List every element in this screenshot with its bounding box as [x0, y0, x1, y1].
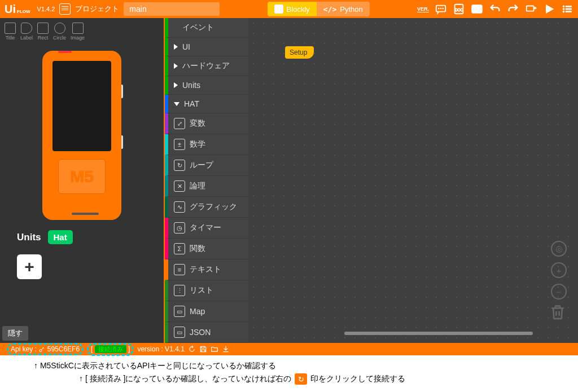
timer-icon: ◷	[174, 222, 185, 234]
category-list[interactable]: イベント UI ハードウェア Units HAT ⤢変数 ±数学 ↻ループ ✕論…	[164, 18, 248, 343]
cat-func[interactable]: Σ関数	[165, 239, 248, 259]
cat-hardware[interactable]: ハードウェア	[165, 56, 248, 76]
tool-circle[interactable]: Circle	[53, 23, 66, 41]
cat-graphic[interactable]: ∿グラフィック	[165, 197, 248, 218]
canvas-controls: ◎ + −	[551, 241, 567, 299]
svg-point-1	[438, 8, 439, 9]
workspace-canvas[interactable]: Setup ◎ + −	[248, 18, 578, 343]
cat-label: テキスト	[190, 265, 221, 275]
tool-image-label: Image	[71, 35, 85, 41]
cat-text[interactable]: ≡テキスト	[165, 259, 248, 280]
tool-image[interactable]: Image	[71, 23, 85, 41]
document-icon[interactable]	[59, 3, 71, 15]
device-screen[interactable]	[52, 61, 111, 151]
tab-blockly[interactable]: Blockly	[268, 2, 317, 16]
cat-hat[interactable]: HAT	[165, 95, 248, 113]
device-m5-button[interactable]: M5	[58, 159, 106, 194]
save-icon[interactable]	[199, 345, 207, 353]
math-icon: ±	[174, 139, 185, 150]
svg-text:DEMO: DEMO	[471, 7, 482, 11]
fw-version: version : V1.4.1	[137, 345, 184, 353]
loop-icon: ↻	[174, 160, 185, 171]
play-icon[interactable]	[543, 3, 555, 15]
refresh-icon[interactable]	[188, 345, 196, 353]
tool-rect[interactable]: Rect	[37, 23, 49, 41]
key-icon	[38, 346, 45, 353]
demo-icon[interactable]: DEMO	[471, 3, 483, 15]
code-icon: </>	[323, 5, 336, 14]
setup-block[interactable]: Setup	[285, 46, 314, 59]
cat-label: JSON	[190, 328, 211, 337]
download-icon[interactable]	[222, 345, 230, 353]
add-unit-button[interactable]: +	[17, 254, 42, 279]
header-icons: VER. DOC DEMO	[417, 3, 573, 15]
cat-json[interactable]: ▭JSON	[165, 322, 248, 343]
tab-blockly-label: Blockly	[287, 5, 310, 14]
center-button[interactable]: ◎	[551, 241, 567, 257]
svg-rect-10	[566, 6, 571, 7]
menu-icon[interactable]	[561, 3, 573, 15]
svg-point-3	[443, 8, 444, 9]
svg-point-9	[563, 6, 564, 7]
trash-icon[interactable]	[549, 303, 567, 323]
annotation-2b-text: 印をクリックして接続する	[310, 374, 405, 384]
cat-label: UI	[182, 42, 190, 51]
text-icon: ≡	[174, 264, 185, 275]
json-icon: ▭	[174, 327, 185, 338]
map-icon: ▭	[174, 306, 185, 317]
project-name-input[interactable]	[124, 2, 220, 16]
svg-point-2	[440, 8, 441, 9]
list-icon: ⋮	[174, 285, 185, 296]
logo-main: Ui	[5, 3, 16, 16]
chat-icon[interactable]	[435, 3, 447, 15]
cat-loop[interactable]: ↻ループ	[165, 155, 248, 176]
lang-tabs: Blockly </> Python	[268, 2, 370, 16]
cat-map[interactable]: ▭Map	[165, 301, 248, 322]
cat-label: 論理	[190, 181, 205, 191]
puzzle-icon	[274, 5, 283, 14]
cat-ui[interactable]: UI	[165, 38, 248, 56]
cat-list[interactable]: ⋮リスト	[165, 280, 248, 301]
m5stick-device[interactable]: M5	[42, 51, 121, 220]
main: Title Label Rect Circle Image M5 Units H…	[0, 18, 578, 343]
svg-rect-8	[527, 6, 534, 11]
cat-label: ハードウェア	[182, 61, 230, 71]
sync-icon[interactable]	[525, 3, 537, 15]
svg-text:DOC: DOC	[455, 8, 463, 12]
hide-button[interactable]: 隠す	[2, 326, 28, 341]
cat-math[interactable]: ±数学	[165, 134, 248, 155]
cat-logic[interactable]: ✕論理	[165, 176, 248, 197]
tab-python[interactable]: </> Python	[317, 2, 370, 16]
tool-rect-label: Rect	[38, 35, 49, 41]
device-side-button-2[interactable]	[121, 135, 123, 149]
logo-sub: FLOW	[17, 9, 30, 14]
footer: Api key : 595C6EF6 [ 接続済み ] version : V1…	[0, 343, 578, 355]
svg-point-11	[563, 8, 564, 10]
sidebar: Title Label Rect Circle Image M5 Units H…	[0, 18, 164, 343]
annotation-1-text: ↑ M5StickCに表示されているAPIキーと同じになっているか確認する	[34, 361, 276, 371]
tool-title-label: Title	[6, 35, 15, 41]
hat-badge[interactable]: Hat	[48, 230, 73, 244]
redo-icon[interactable]	[507, 3, 519, 15]
cat-units[interactable]: Units	[165, 76, 248, 95]
annotations: ↑ M5StickCに表示されているAPIキーと同じになっているか確認する ↑ …	[0, 355, 578, 392]
svg-rect-14	[566, 11, 571, 12]
h-scrollbar[interactable]	[344, 332, 533, 335]
annotation-2: ↑ [ 接続済み ]になっているか確認し、なっていなければ右の ↻ 印をクリック…	[79, 373, 544, 385]
zoom-in-button[interactable]: +	[551, 262, 567, 278]
units-label: Units	[17, 232, 41, 243]
tool-title[interactable]: Title	[5, 23, 16, 41]
zoom-out-button[interactable]: −	[551, 284, 567, 299]
cat-timer[interactable]: ◷タイマー	[165, 218, 248, 239]
cat-var[interactable]: ⤢変数	[165, 113, 248, 134]
cat-event[interactable]: イベント	[165, 18, 248, 38]
chevron-down-icon	[174, 102, 179, 106]
ver-badge[interactable]: VER.	[417, 6, 429, 12]
api-key-value: 595C6EF6	[47, 345, 80, 353]
cat-label: HAT	[184, 99, 199, 108]
undo-icon[interactable]	[489, 3, 501, 15]
folder-icon[interactable]	[211, 345, 218, 353]
device-side-button-1[interactable]	[121, 85, 123, 98]
doc-icon[interactable]: DOC	[453, 3, 465, 15]
tool-label[interactable]: Label	[20, 23, 33, 41]
